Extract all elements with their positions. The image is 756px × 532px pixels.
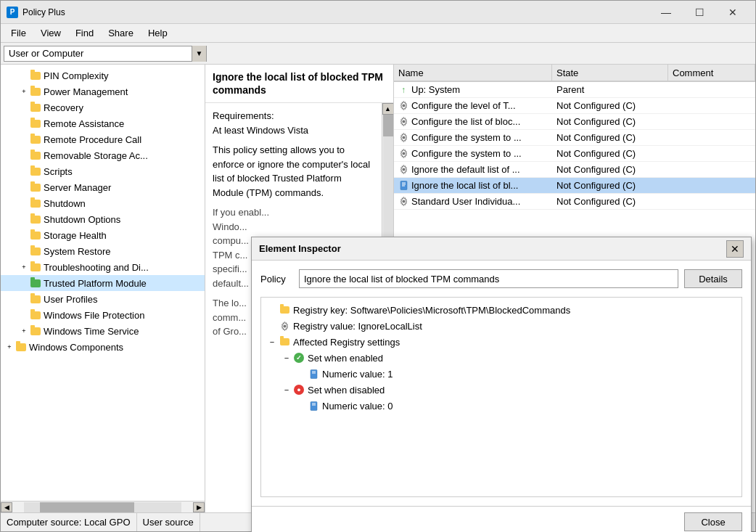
list-row-7[interactable]: Standard User Individua... Not Configure… — [394, 194, 755, 210]
list-cell-3-name: Configure the system to ... — [394, 132, 552, 143]
list-row-4[interactable]: Configure the system to ... Not Configur… — [394, 146, 755, 162]
list-row-up[interactable]: ↑ Up: System Parent — [394, 82, 755, 98]
close-button[interactable]: ✕ — [716, 1, 749, 24]
modal-label-num1: Numeric value: 1 — [322, 369, 393, 380]
tree-toggle-remote-assistance — [18, 118, 30, 129]
scope-dropdown[interactable]: User or Computer ▼ — [4, 46, 207, 62]
list-cell-up-state: Parent — [552, 84, 668, 95]
tree-item-system-restore[interactable]: System Restore — [1, 243, 205, 259]
list-cell-3-state: Not Configured (C) — [552, 132, 668, 143]
svg-rect-11 — [311, 369, 317, 378]
menu-view[interactable]: View — [33, 25, 68, 41]
main-window: P Policy Plus — ☐ ✕ File View Find Share… — [0, 0, 756, 532]
gear-icon-3 — [398, 133, 408, 143]
menu-help[interactable]: Help — [141, 25, 175, 41]
tree-item-scripts[interactable]: Scripts — [1, 163, 205, 179]
col-header-state[interactable]: State — [552, 65, 668, 81]
modal-tree-item-disabled[interactable]: − ● Set when disabled — [261, 382, 741, 398]
modal-red-stop-icon: ● — [293, 384, 305, 396]
modal-toggle-enabled: − — [282, 353, 292, 363]
requirements-label: Requirements: — [213, 109, 374, 123]
menu-find[interactable]: Find — [68, 25, 101, 41]
tree-item-user-profiles[interactable]: User Profiles — [1, 291, 205, 307]
gear-icon-1 — [398, 101, 408, 111]
modal-toggle-num1 — [296, 369, 306, 379]
tree-item-storage[interactable]: Storage Health — [1, 227, 205, 243]
tree-item-shutdown[interactable]: Shutdown — [1, 195, 205, 211]
menu-share[interactable]: Share — [101, 25, 141, 41]
tree-container: PIN Complexity + Power Management Recove… — [1, 65, 205, 501]
list-cell-5-name: Ignore the default list of ... — [394, 164, 552, 175]
desc-header: Ignore the local list of blocked TPM com… — [205, 65, 393, 103]
tree-item-remote-assistance[interactable]: Remote Assistance — [1, 115, 205, 131]
modal-tree-item-affected[interactable]: − Affected Registry settings — [261, 334, 741, 350]
tree-item-shutdown-options[interactable]: Shutdown Options — [1, 211, 205, 227]
modal-close-button[interactable]: ✕ — [726, 240, 744, 258]
tree-toggle-wintime: + — [18, 325, 30, 337]
menu-bar: File View Find Share Help — [1, 24, 755, 43]
folder-icon-tpm — [30, 277, 41, 289]
maximize-button[interactable]: ☐ — [683, 1, 716, 24]
list-row-2[interactable]: Configure the list of bloc... Not Config… — [394, 114, 755, 130]
list-cell-4-name: Configure the system to ... — [394, 148, 552, 159]
doc-icon-6 — [398, 181, 408, 191]
list-cell-5-state: Not Configured (C) — [552, 164, 668, 175]
minimize-button[interactable]: — — [649, 1, 683, 24]
scroll-up-btn[interactable]: ▲ — [382, 103, 394, 115]
col-header-name[interactable]: Name — [394, 65, 552, 81]
tree-item-removable[interactable]: Removable Storage Ac... — [1, 147, 205, 163]
list-row-6[interactable]: Ignore the local list of bl... Not Confi… — [394, 178, 755, 194]
tree-toggle-recovery — [18, 102, 30, 113]
list-cell-2-state: Not Configured (C) — [552, 116, 668, 127]
modal-close-footer-button[interactable]: Close — [684, 512, 742, 531]
tree-label-wintime: Windows Time Service — [44, 326, 139, 337]
tree-label-remote-assistance: Remote Assistance — [44, 118, 124, 129]
modal-title-bar: Element Inspector ✕ — [252, 237, 751, 261]
list-row-3[interactable]: Configure the system to ... Not Configur… — [394, 130, 755, 146]
tree-item-winfile[interactable]: Windows File Protection — [1, 307, 205, 323]
tree-item-recovery[interactable]: Recovery — [1, 99, 205, 115]
scroll-left-btn[interactable]: ◀ — [1, 502, 12, 512]
tree-label-tpm: Trusted Platform Module — [44, 278, 147, 289]
tree-toggle-pin — [18, 70, 30, 81]
toolbar: User or Computer ▼ — [1, 43, 755, 65]
folder-icon-shutdown-options — [30, 213, 41, 225]
tree-item-power[interactable]: + Power Management — [1, 83, 205, 99]
modal-tree-item-regkey[interactable]: Registry key: Software\Policies\Microsof… — [261, 302, 741, 318]
folder-icon-wincomponents — [15, 341, 27, 353]
tree-toggle-server — [18, 181, 30, 193]
tree-label-winfile: Windows File Protection — [44, 310, 144, 321]
col-header-comment[interactable]: Comment — [668, 65, 755, 81]
scope-arrow-icon: ▼ — [192, 46, 206, 62]
tree-item-tpm[interactable]: Trusted Platform Module — [1, 275, 205, 291]
modal-details-button[interactable]: Details — [684, 269, 742, 288]
list-row-5[interactable]: Ignore the default list of ... Not Confi… — [394, 162, 755, 178]
tree-item-server[interactable]: Server Manager — [1, 179, 205, 195]
modal-policy-input[interactable] — [299, 269, 678, 288]
desc-body-text: This policy setting allows you to enforc… — [213, 144, 370, 198]
scroll-thumb — [40, 502, 134, 512]
modal-tree-item-regval[interactable]: Registry value: IgnoreLocalList — [261, 318, 741, 334]
folder-icon-removable — [30, 150, 41, 161]
folder-icon-user-profiles — [30, 293, 41, 305]
status-user-source: User source — [137, 513, 200, 531]
tree-item-troubleshooting[interactable]: + Troubleshooting and Di... — [1, 259, 205, 275]
tree-label-shutdown-options: Shutdown Options — [44, 214, 120, 225]
modal-tree-item-enabled[interactable]: − ✓ Set when enabled — [261, 350, 741, 366]
tree-toggle-shutdown — [18, 197, 30, 209]
title-bar-left: P Policy Plus — [7, 7, 65, 18]
tree-item-rpc[interactable]: Remote Procedure Call — [1, 131, 205, 147]
modal-tree-item-num1[interactable]: Numeric value: 1 — [261, 366, 741, 382]
scroll-right-btn[interactable]: ▶ — [193, 502, 205, 512]
tree-item-pin-complexity[interactable]: PIN Complexity — [1, 67, 205, 83]
modal-tree-item-num0[interactable]: Numeric value: 0 — [261, 398, 741, 414]
tree-toggle-winfile — [18, 309, 30, 321]
list-row-1[interactable]: Configure the level of T... Not Configur… — [394, 98, 755, 114]
folder-icon-rpc — [30, 134, 41, 145]
tree-label-pin: PIN Complexity — [44, 70, 109, 81]
tree-horizontal-scrollbar[interactable]: ◀ ▶ — [1, 501, 205, 512]
tree-item-wincomponents[interactable]: + Windows Components — [1, 339, 205, 355]
tree-label-wincomponents: Windows Components — [29, 342, 123, 353]
tree-item-wintime[interactable]: + Windows Time Service — [1, 323, 205, 339]
menu-file[interactable]: File — [4, 25, 33, 41]
